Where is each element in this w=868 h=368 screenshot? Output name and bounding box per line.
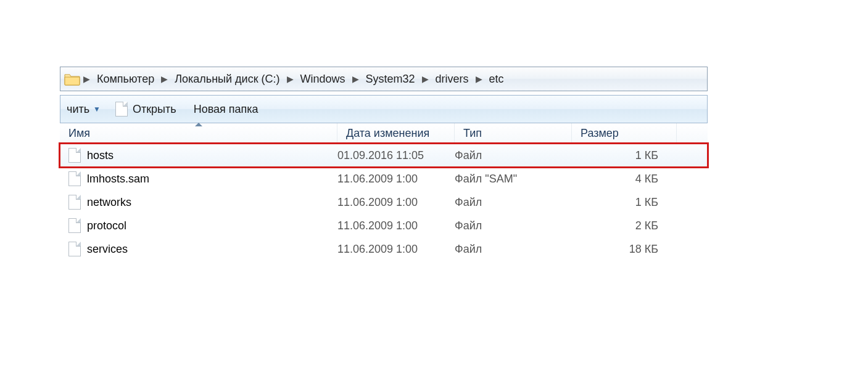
- chevron-right-icon[interactable]: ▶: [159, 67, 170, 91]
- file-icon: [115, 102, 128, 117]
- breadcrumb-item[interactable]: Локальный диск (C:): [170, 67, 284, 91]
- breadcrumb-item[interactable]: etc: [484, 67, 509, 91]
- column-headers: Имя Дата изменения Тип Размер: [60, 123, 708, 144]
- folder-icon: [64, 72, 80, 86]
- breadcrumb-item[interactable]: Windows: [296, 67, 350, 91]
- file-date: 11.06.2009 1:00: [337, 173, 455, 186]
- file-row[interactable]: hosts01.09.2016 11:05Файл1 КБ: [60, 144, 708, 167]
- file-row[interactable]: networks11.06.2009 1:00Файл1 КБ: [60, 190, 708, 214]
- file-list: hosts01.09.2016 11:05Файл1 КБlmhosts.sam…: [60, 144, 708, 261]
- sort-asc-icon: [195, 123, 202, 126]
- column-header-type[interactable]: Тип: [455, 123, 572, 143]
- chevron-right-icon[interactable]: ▶: [285, 67, 296, 91]
- file-size: 1 КБ: [572, 196, 677, 209]
- explorer-window: ▶ Компьютер▶Локальный диск (C:)▶Windows▶…: [60, 67, 708, 293]
- file-size: 2 КБ: [572, 219, 677, 232]
- address-bar[interactable]: ▶ Компьютер▶Локальный диск (C:)▶Windows▶…: [60, 67, 708, 91]
- column-header-name[interactable]: Имя: [60, 123, 337, 143]
- file-icon: [68, 148, 81, 163]
- file-type: Файл: [455, 149, 572, 162]
- toolbar: чить ▼ Открыть Новая папка: [60, 95, 708, 123]
- file-row[interactable]: lmhosts.sam11.06.2009 1:00Файл "SAM"4 КБ: [60, 167, 708, 190]
- breadcrumb-item[interactable]: Компьютер: [92, 67, 159, 91]
- breadcrumb-item[interactable]: drivers: [431, 67, 474, 91]
- chevron-right-icon[interactable]: ▶: [350, 67, 361, 91]
- chevron-right-icon[interactable]: ▶: [420, 67, 431, 91]
- organize-button[interactable]: чить ▼: [60, 96, 107, 123]
- file-date: 11.06.2009 1:00: [337, 196, 455, 209]
- column-header-date[interactable]: Дата изменения: [337, 123, 455, 143]
- file-name: networks: [87, 196, 131, 209]
- file-name: lmhosts.sam: [87, 173, 149, 186]
- file-type: Файл "SAM": [455, 173, 572, 186]
- file-type: Файл: [455, 196, 572, 209]
- file-icon: [68, 242, 81, 256]
- file-name: protocol: [87, 219, 126, 232]
- chevron-right-icon[interactable]: ▶: [474, 67, 484, 91]
- chevron-right-icon[interactable]: ▶: [81, 67, 92, 91]
- open-button[interactable]: Открыть: [107, 96, 185, 123]
- chevron-down-icon: ▼: [93, 105, 101, 113]
- column-header-size[interactable]: Размер: [572, 123, 677, 143]
- file-type: Файл: [455, 243, 572, 256]
- file-name: hosts: [87, 149, 114, 162]
- file-icon: [68, 171, 81, 186]
- new-folder-button[interactable]: Новая папка: [185, 96, 267, 123]
- new-folder-label: Новая папка: [194, 103, 258, 116]
- file-type: Файл: [455, 219, 572, 232]
- file-date: 01.09.2016 11:05: [337, 149, 455, 162]
- breadcrumb-item[interactable]: System32: [361, 67, 420, 91]
- file-row[interactable]: protocol11.06.2009 1:00Файл2 КБ: [60, 214, 708, 237]
- file-size: 1 КБ: [572, 149, 677, 162]
- file-size: 18 КБ: [572, 243, 677, 256]
- file-name: services: [87, 243, 128, 256]
- open-label: Открыть: [133, 103, 176, 116]
- file-date: 11.06.2009 1:00: [337, 219, 455, 232]
- file-row[interactable]: services11.06.2009 1:00Файл18 КБ: [60, 237, 708, 261]
- file-icon: [68, 195, 81, 210]
- file-date: 11.06.2009 1:00: [337, 243, 455, 256]
- file-size: 4 КБ: [572, 173, 677, 186]
- organize-label-fragment: чить: [67, 103, 89, 116]
- file-icon: [68, 218, 81, 233]
